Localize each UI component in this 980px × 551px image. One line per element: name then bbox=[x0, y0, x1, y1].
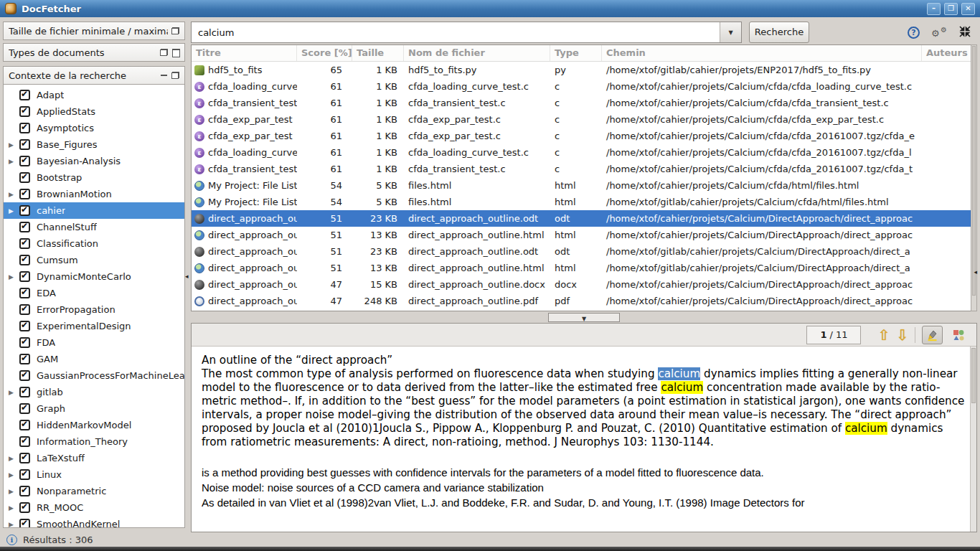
column-header[interactable]: Titre bbox=[192, 45, 297, 61]
result-row[interactable]: direct_approach_outline5123 KBdirect_app… bbox=[192, 210, 976, 227]
tree-item-Classification[interactable]: Classification bbox=[4, 235, 184, 252]
tree-item-Bootstrap[interactable]: Bootstrap bbox=[4, 169, 184, 186]
expand-arrow-icon[interactable]: ▶ bbox=[9, 389, 19, 396]
result-row[interactable]: direct_approach_outline4715 KBdirect_app… bbox=[192, 309, 976, 311]
panel-restore-icon[interactable] bbox=[171, 27, 179, 34]
tree-item-Graph[interactable]: Graph bbox=[4, 400, 184, 417]
tree-item-Bayesian-Analysis[interactable]: ▶Bayesian-Analysis bbox=[4, 153, 184, 169]
result-row[interactable]: direct_approach_outline5113 KBdirect_app… bbox=[192, 227, 976, 243]
checkbox[interactable] bbox=[19, 222, 30, 232]
checkbox[interactable] bbox=[19, 502, 30, 513]
preview-mode-shapes-icon[interactable] bbox=[949, 326, 968, 344]
preview-scrollbar[interactable] bbox=[970, 347, 976, 532]
checkbox[interactable] bbox=[19, 139, 30, 150]
tree-item-Information_Theory[interactable]: Information_Theory bbox=[4, 433, 184, 450]
expand-arrow-icon[interactable]: ▶ bbox=[9, 141, 19, 149]
checkbox[interactable] bbox=[19, 255, 30, 265]
tree-item-gitlab[interactable]: ▶gitlab bbox=[4, 384, 184, 400]
tree-item-HiddenMarkovModel[interactable]: HiddenMarkovModel bbox=[4, 417, 184, 433]
checkbox[interactable] bbox=[19, 304, 30, 315]
result-row[interactable]: direct_approach_outline47248 KBdirect_ap… bbox=[192, 293, 976, 309]
checkbox[interactable] bbox=[19, 469, 30, 480]
checkbox[interactable] bbox=[19, 156, 30, 166]
expand-arrow-icon[interactable]: ▶ bbox=[9, 273, 19, 281]
help-icon[interactable]: ? bbox=[908, 27, 920, 39]
tree-item-DynamicMonteCarlo[interactable]: ▶DynamicMonteCarlo bbox=[4, 268, 184, 285]
expand-arrow-icon[interactable]: ▶ bbox=[9, 521, 19, 528]
checkbox[interactable] bbox=[19, 288, 30, 298]
checkbox[interactable] bbox=[19, 420, 30, 430]
tree-item-ExperimentalDesign[interactable]: ExperimentalDesign bbox=[4, 318, 184, 334]
result-row[interactable]: My Project: File List545 KBfiles.htmlhtm… bbox=[192, 194, 976, 210]
restore-button[interactable]: ❐ bbox=[944, 3, 958, 15]
tree-item-AppliedStats[interactable]: AppliedStats bbox=[4, 103, 184, 120]
checkbox[interactable] bbox=[19, 172, 30, 183]
tree-item-ErrorPropagation[interactable]: ErrorPropagation bbox=[4, 301, 184, 318]
minimize-button[interactable]: – bbox=[927, 3, 941, 15]
result-row[interactable]: My Project: File List545 KBfiles.htmlhtm… bbox=[192, 177, 976, 194]
column-header[interactable]: Chemin bbox=[602, 45, 922, 61]
panel-doc-types[interactable]: Types de documents bbox=[3, 43, 185, 62]
next-occurrence-icon[interactable]: ⇩ bbox=[896, 328, 908, 342]
search-input[interactable] bbox=[192, 22, 720, 42]
tree-item-Cumsum[interactable]: Cumsum bbox=[4, 252, 184, 268]
column-header[interactable]: Type bbox=[550, 45, 602, 61]
checkbox[interactable] bbox=[19, 387, 30, 397]
sidebar-sash-collapse-icon[interactable]: ◂ bbox=[185, 273, 189, 280]
result-row[interactable]: cfda_loading_curve611 KBcfda_loading_cur… bbox=[192, 78, 976, 95]
result-row[interactable]: hdf5_to_fits651 KBhdf5_to_fits.pypy/home… bbox=[192, 62, 976, 78]
checkbox[interactable] bbox=[19, 337, 30, 348]
tree-item-GAM[interactable]: GAM bbox=[4, 351, 184, 367]
panel-maximize-icon[interactable] bbox=[171, 49, 179, 56]
checkbox[interactable] bbox=[19, 106, 30, 117]
search-history-dropdown-icon[interactable] bbox=[720, 22, 741, 42]
result-row[interactable]: cfda_exp_par_test611 KBcfda_exp_par_test… bbox=[192, 111, 976, 128]
expand-arrow-icon[interactable]: ▶ bbox=[9, 191, 19, 198]
checkbox[interactable] bbox=[19, 519, 30, 528]
result-row[interactable]: cfda_transient_test611 KBcfda_transient_… bbox=[192, 95, 976, 111]
result-row[interactable]: direct_approach_outline4715 KBdirect_app… bbox=[192, 276, 976, 293]
column-header[interactable]: Nom de fichier bbox=[404, 45, 550, 61]
checkbox[interactable] bbox=[19, 486, 30, 496]
result-row[interactable]: cfda_transient_test611 KBcfda_transient_… bbox=[192, 161, 976, 177]
tree-item-SmoothAndKernel[interactable]: ▶SmoothAndKernel bbox=[4, 516, 184, 528]
expand-arrow-icon[interactable]: ▶ bbox=[9, 455, 19, 462]
tree-item-Linux[interactable]: ▶Linux bbox=[4, 466, 184, 483]
checkbox[interactable] bbox=[19, 238, 30, 249]
expand-arrow-icon[interactable]: ▶ bbox=[9, 471, 19, 479]
tree-item-Base_Figures[interactable]: ▶Base_Figures bbox=[4, 136, 184, 153]
checkbox[interactable] bbox=[19, 403, 30, 414]
panel-file-size[interactable]: Taille de fichier minimale / maximale bbox=[3, 22, 185, 40]
expand-arrow-icon[interactable]: ▶ bbox=[9, 158, 19, 165]
preferences-gears-icon[interactable]: ⚙⚙ bbox=[931, 27, 947, 39]
checkbox[interactable] bbox=[19, 90, 30, 100]
tree-item-RR_MOOC[interactable]: ▶RR_MOOC bbox=[4, 499, 184, 516]
checkbox[interactable] bbox=[19, 123, 30, 133]
highlighting-toggle-button[interactable] bbox=[922, 326, 943, 344]
column-header[interactable]: Taille bbox=[352, 45, 404, 61]
panel-restore-icon[interactable] bbox=[171, 72, 179, 79]
tree-item-Asymptotics[interactable]: Asymptotics bbox=[4, 120, 184, 136]
column-header[interactable]: Score [%] bbox=[297, 45, 352, 61]
tree-item-cahier[interactable]: ▶cahier bbox=[4, 202, 184, 219]
result-row[interactable]: cfda_loading_curve611 KBcfda_loading_cur… bbox=[192, 144, 976, 161]
column-header[interactable]: Auteurs bbox=[922, 45, 976, 61]
tree-item-FDA[interactable]: FDA bbox=[4, 334, 184, 351]
checkbox[interactable] bbox=[19, 354, 30, 364]
panel-minimize-icon[interactable] bbox=[160, 72, 168, 79]
tree-item-GaussianProcessForMachineLea[interactable]: GaussianProcessForMachineLea bbox=[4, 367, 184, 384]
tree-item-EDA[interactable]: EDA bbox=[4, 285, 184, 301]
checkbox[interactable] bbox=[19, 453, 30, 463]
close-button[interactable]: ✕ bbox=[961, 3, 975, 15]
checkbox[interactable] bbox=[19, 370, 30, 381]
tree-item-LaTeXstuff[interactable]: ▶LaTeXstuff bbox=[4, 450, 184, 466]
expand-arrow-icon[interactable]: ▶ bbox=[9, 504, 19, 512]
previous-occurrence-icon[interactable]: ⇧ bbox=[877, 328, 890, 342]
checkbox[interactable] bbox=[19, 205, 30, 216]
expand-arrow-icon[interactable]: ▶ bbox=[9, 488, 19, 495]
panel-search-scope[interactable]: Contexte de la recherche bbox=[3, 66, 185, 85]
right-sash-collapse-icon[interactable]: ◂ bbox=[974, 268, 977, 276]
tree-item-Adapt[interactable]: Adapt bbox=[4, 87, 184, 103]
checkbox[interactable] bbox=[19, 321, 30, 331]
expand-arrow-icon[interactable]: ▶ bbox=[9, 207, 19, 215]
